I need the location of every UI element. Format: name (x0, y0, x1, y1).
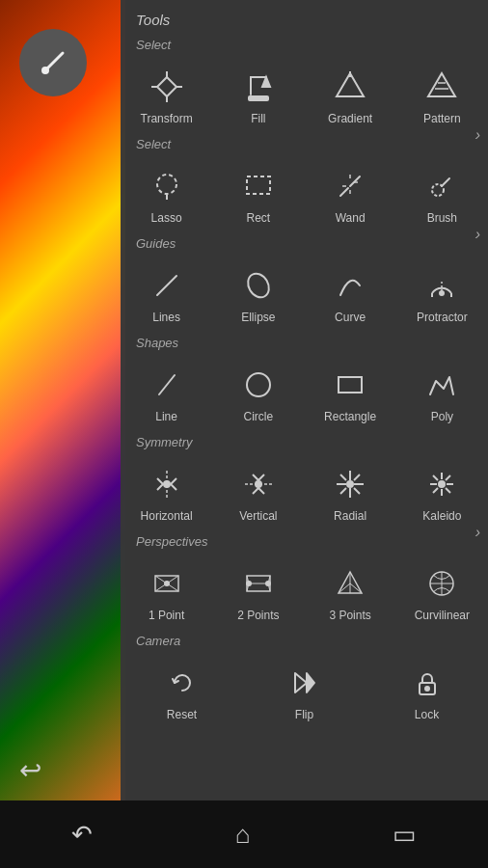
section-label-perspectives: Perspectives › (121, 530, 488, 551)
tool-radial-label: Radial (334, 509, 366, 523)
kaleido-icon (420, 463, 463, 505)
tools-grid-perspectives: 1 Point 2 Points (121, 551, 488, 630)
tool-lines-label: Lines (152, 311, 180, 324)
reset-icon (161, 662, 203, 704)
svg-point-31 (247, 373, 270, 396)
tool-brush[interactable]: Brush (396, 153, 488, 232)
tools-panel: Tools Select Transform (121, 0, 488, 800)
svg-line-72 (350, 583, 362, 593)
tool-kaleido[interactable]: Kaleido (396, 451, 488, 530)
svg-marker-10 (428, 73, 455, 96)
svg-line-52 (446, 488, 450, 493)
svg-line-43 (354, 488, 360, 494)
svg-point-13 (157, 175, 176, 194)
svg-line-54 (433, 488, 438, 493)
ellipse-icon (237, 264, 280, 307)
background-artwork (0, 0, 125, 800)
lines-icon (146, 264, 188, 307)
svg-line-30 (159, 375, 175, 394)
tool-vertical[interactable]: Vertical (212, 451, 304, 530)
tool-flip-label: Flip (295, 708, 313, 721)
tool-rectangle-label: Rectangle (324, 410, 376, 423)
line-icon (146, 364, 188, 406)
section-label-select-1: Select (121, 34, 488, 54)
svg-marker-77 (307, 673, 314, 692)
tool-fill-label: Fill (251, 112, 265, 125)
rect-icon (237, 165, 280, 207)
svg-line-42 (340, 475, 346, 480)
poly-icon (420, 364, 463, 406)
svg-point-68 (266, 582, 270, 585)
tool-poly-label: Poly (431, 410, 453, 423)
tool-horizontal-label: Horizontal (141, 509, 193, 523)
section-label-symmetry: Symmetry (121, 431, 488, 451)
tool-gradient[interactable]: Gradient (305, 54, 396, 133)
tool-1point[interactable]: 1 Point (121, 551, 212, 630)
tool-curvilinear[interactable]: Curvilinear (396, 551, 488, 630)
tool-circle[interactable]: Circle (212, 352, 304, 431)
tool-2points-label: 2 Points (237, 609, 279, 622)
tool-ellipse[interactable]: Ellipse (212, 253, 304, 332)
fill-icon (237, 66, 280, 108)
tools-grid-select-1: Transform Fill (121, 54, 488, 133)
tool-brush-label: Brush (427, 211, 457, 225)
tool-rect[interactable]: Rect (212, 153, 304, 232)
tool-lock[interactable]: Lock (366, 650, 488, 729)
tool-horizontal[interactable]: Horizontal (121, 451, 212, 530)
tool-kaleido-label: Kaleido (422, 509, 461, 523)
back-arrow-icon[interactable]: ↩ (19, 754, 41, 786)
nav-home-button[interactable]: ⌂ (235, 820, 251, 850)
svg-point-37 (347, 481, 353, 487)
svg-rect-32 (339, 377, 362, 393)
tool-reset-label: Reset (167, 708, 197, 721)
tool-curve[interactable]: Curve (305, 253, 396, 332)
svg-line-71 (339, 583, 350, 593)
tool-transform[interactable]: Transform (121, 54, 212, 133)
rectangle-icon (329, 364, 371, 406)
flip-icon (284, 662, 326, 704)
tool-2points[interactable]: 2 Points (212, 551, 304, 630)
svg-line-53 (446, 475, 450, 480)
tools-grid-camera: Reset Flip Lock (121, 650, 488, 729)
nav-recent-button[interactable]: ▭ (393, 820, 417, 850)
tool-line-label: Line (155, 410, 177, 423)
section-label-select-2: Select › (121, 133, 488, 153)
tool-lasso[interactable]: Lasso (121, 153, 212, 232)
tools-grid-shapes: Line Circle Rectangle P (121, 352, 488, 431)
svg-point-1 (41, 67, 49, 74)
nav-back-button[interactable]: ↶ (71, 820, 93, 850)
curvilinear-icon (420, 562, 463, 605)
section-label-camera: Camera (121, 630, 488, 650)
tools-grid-guides: Lines Ellipse Curve (121, 253, 488, 332)
pattern-icon (420, 66, 463, 108)
tool-reset[interactable]: Reset (121, 650, 243, 729)
vertical-icon (237, 463, 280, 505)
tool-protractor-label: Protractor (417, 311, 468, 324)
tool-flip[interactable]: Flip (243, 650, 366, 729)
tool-fill[interactable]: Fill (212, 54, 304, 133)
svg-rect-15 (247, 176, 270, 194)
tool-3points-label: 3 Points (329, 609, 370, 622)
svg-point-79 (425, 687, 429, 691)
brush-button[interactable] (19, 29, 87, 96)
select-chevron-icon: › (475, 126, 480, 144)
tool-radial[interactable]: Radial (305, 451, 396, 530)
tool-3points[interactable]: 3 Points (305, 551, 396, 630)
svg-marker-6 (262, 77, 270, 87)
2points-icon (237, 562, 280, 605)
perspectives-chevron-icon: › (475, 524, 480, 541)
svg-point-60 (165, 582, 169, 585)
tools-grid-symmetry: Horizontal Vertical (121, 451, 488, 530)
tool-poly[interactable]: Poly (396, 352, 488, 431)
tool-rectangle[interactable]: Rectangle (305, 352, 396, 431)
tool-transform-label: Transform (141, 112, 193, 125)
tool-wand[interactable]: Wand (305, 153, 396, 232)
tool-protractor[interactable]: Protractor (396, 253, 488, 332)
tool-line[interactable]: Line (121, 352, 212, 431)
tool-pattern[interactable]: Pattern (396, 54, 488, 133)
tool-curve-label: Curve (335, 311, 366, 324)
tool-circle-label: Circle (244, 410, 274, 423)
tool-vertical-label: Vertical (239, 509, 277, 523)
tool-lines[interactable]: Lines (121, 253, 212, 332)
tool-1point-label: 1 Point (149, 609, 184, 622)
